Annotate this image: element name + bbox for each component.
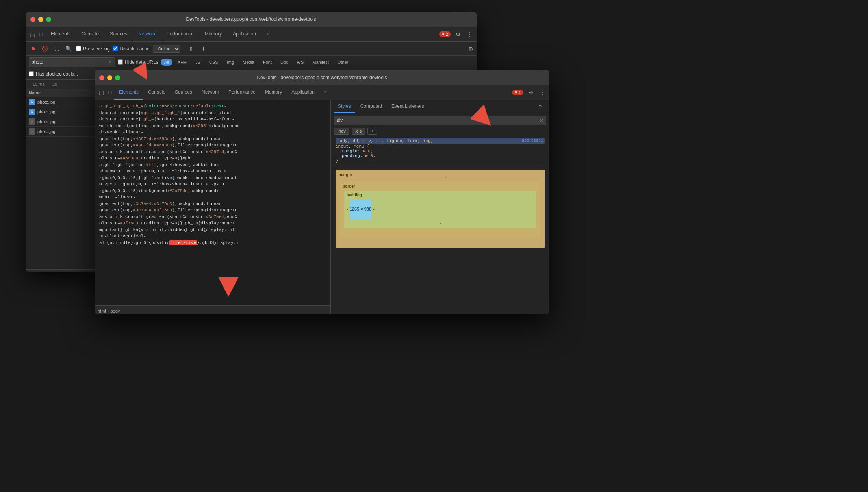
- code-line-2: decoration:none}#gb a.gb_4.gb_4{cursor:d…: [95, 110, 330, 117]
- search-icon[interactable]: 🔍: [64, 44, 73, 53]
- code-line-9: olorstr=#4683ea,GradientType=0)}#gb: [95, 155, 330, 162]
- export-icon[interactable]: ⬇: [199, 44, 208, 53]
- filter-other[interactable]: Other: [334, 59, 352, 66]
- file-name-4: photo.jpg: [37, 129, 55, 134]
- filter-media[interactable]: Media: [239, 59, 258, 66]
- padding-dash: -: [532, 193, 534, 198]
- filter-bar: ✕ Hide data URLs All XHR JS CSS Img Medi…: [26, 56, 477, 68]
- padding-dash-right: -: [373, 207, 375, 211]
- tab-computed[interactable]: Computed: [356, 100, 386, 113]
- code-line-15: webkit-linear-: [95, 194, 330, 201]
- settings-icon-1[interactable]: ⚙: [454, 30, 462, 39]
- settings-icon-2[interactable]: ⚙: [527, 88, 535, 97]
- tab-application-2[interactable]: Application: [287, 85, 319, 100]
- filter-js[interactable]: JS: [192, 59, 204, 66]
- preserve-log-text: Preserve log: [83, 46, 109, 52]
- box-model: margin - - border - padding -: [336, 170, 545, 248]
- tab-sources-1[interactable]: Sources: [104, 27, 133, 41]
- disable-cache-checkbox[interactable]: [113, 46, 118, 51]
- code-line-16: gradient(top,#3c7ae4,#3f76d3);background…: [95, 201, 330, 207]
- maximize-button-2[interactable]: [115, 75, 120, 80]
- border-box: border - padding - - 1265 × 938 -: [340, 182, 540, 238]
- arrow-2: [471, 105, 496, 132]
- svg-marker-1: [471, 105, 496, 131]
- tab-memory-1[interactable]: Memory: [199, 27, 227, 41]
- import-icon[interactable]: ⬆: [187, 44, 195, 53]
- filter-font[interactable]: Font: [260, 59, 275, 66]
- titlebar-1: DevTools - developers.google.com/web/too…: [26, 12, 477, 27]
- close-button-1[interactable]: [30, 17, 35, 22]
- filter-all[interactable]: All: [161, 59, 172, 66]
- minimize-button-1[interactable]: [38, 17, 43, 22]
- filter-img[interactable]: Img: [223, 59, 237, 66]
- throttle-select[interactable]: Online: [153, 45, 180, 53]
- minimize-button-2[interactable]: [107, 75, 112, 80]
- clear-button[interactable]: 🚫: [41, 44, 49, 53]
- tab-performance-2[interactable]: Performance: [224, 85, 260, 100]
- filter-css[interactable]: CSS: [206, 59, 222, 66]
- clear-filter-icon[interactable]: ✕: [108, 59, 113, 65]
- preserve-log-label[interactable]: Preserve log: [76, 46, 109, 52]
- breadcrumb-html[interactable]: html: [98, 309, 106, 313]
- tab-network-2[interactable]: Network: [197, 85, 224, 100]
- pointer-icon-2[interactable]: ⬚: [97, 88, 106, 97]
- filter-doc[interactable]: Doc: [277, 59, 292, 66]
- inspect-icon[interactable]: □: [37, 30, 45, 39]
- chip-cls[interactable]: .cls: [352, 128, 365, 135]
- search-input-wrap: ✕: [29, 57, 115, 67]
- tab-application-1[interactable]: Application: [227, 27, 262, 41]
- clear-styles-filter-icon[interactable]: ✕: [539, 118, 543, 124]
- tab-memory-2[interactable]: Memory: [260, 85, 287, 100]
- code-line-6: gradient(top,#4387fd,#4683ea);background…: [95, 136, 330, 142]
- code-line-7: gradient(top,#4387fd,#4683ea);filter:pro…: [95, 142, 330, 149]
- maximize-button-1[interactable]: [46, 17, 51, 22]
- file-name-2: photo.jpg: [37, 109, 55, 114]
- tab-more-2[interactable]: »: [319, 85, 332, 100]
- filter-manifest[interactable]: Manifest: [309, 59, 332, 66]
- tab-event-listeners[interactable]: Event Listeners: [388, 100, 428, 113]
- filter-type-labels: All XHR JS CSS Img Media Font Doc WS Man…: [161, 59, 352, 66]
- tab-performance-1[interactable]: Performance: [161, 27, 199, 41]
- inspect-icon-2[interactable]: □: [106, 88, 114, 97]
- hide-data-urls-checkbox[interactable]: [118, 59, 123, 65]
- file-ref[interactable]: app.css:1: [522, 139, 543, 143]
- file-name-3: photo.jpg: [37, 119, 55, 124]
- pointer-icon[interactable]: ⬚: [28, 30, 37, 39]
- prop-padding: padding: ► 0;: [336, 154, 545, 158]
- style-rule-1: app.css:1 body, dd, div, dl, figure, for…: [331, 136, 549, 165]
- blocked-cookies-checkbox[interactable]: [29, 71, 34, 76]
- tab-elements-1[interactable]: Elements: [45, 27, 76, 41]
- tab-more-styles[interactable]: »: [534, 104, 546, 110]
- filter-ws[interactable]: WS: [293, 59, 308, 66]
- upload-download: ⬆ ⬇: [187, 44, 208, 53]
- titlebar-text-1: DevTools - developers.google.com/web/too…: [186, 17, 316, 22]
- close-button-2[interactable]: [99, 75, 104, 80]
- styles-more-area: »: [534, 104, 546, 110]
- more-icon-1[interactable]: ⋮: [466, 30, 474, 39]
- tab-elements-2[interactable]: Elements: [114, 85, 143, 100]
- network-settings-icon[interactable]: ⚙: [468, 46, 473, 52]
- record-button[interactable]: ⏺: [29, 44, 37, 53]
- tab-console-1[interactable]: Console: [76, 27, 104, 41]
- tab-styles[interactable]: Styles: [334, 100, 355, 113]
- titlebar-2: DevTools - developers.google.com/web/too…: [95, 70, 549, 85]
- tab-network-1[interactable]: Network: [133, 27, 161, 41]
- preserve-log-checkbox[interactable]: [76, 46, 81, 51]
- styles-filter-input[interactable]: [337, 118, 538, 123]
- filter-icon[interactable]: ⛶: [52, 44, 61, 53]
- code-line-3: decoration:none}.gb_4{border:1px solid #…: [95, 116, 330, 123]
- error-badge-1: 2: [439, 31, 451, 37]
- tab-console-2[interactable]: Console: [143, 85, 170, 100]
- more-icon-2[interactable]: ⋮: [538, 88, 547, 97]
- svg-marker-2: [218, 277, 239, 297]
- code-line-10: a.gb_4.gb_4{color:#fff}.gb_4:hover{-webk…: [95, 162, 330, 168]
- disable-cache-label[interactable]: Disable cache: [113, 46, 149, 52]
- chip-hov[interactable]: :hov: [334, 128, 349, 135]
- breadcrumb-body[interactable]: body: [110, 309, 120, 313]
- tab-sources-2[interactable]: Sources: [170, 85, 197, 100]
- code-line-18: ansform.Microsoft.gradient(startColorstr…: [95, 214, 330, 220]
- filter-search-input[interactable]: [32, 59, 107, 65]
- add-style-rule-button[interactable]: +: [367, 128, 377, 135]
- filter-xhr[interactable]: XHR: [174, 59, 190, 66]
- tab-more-1[interactable]: »: [262, 27, 275, 41]
